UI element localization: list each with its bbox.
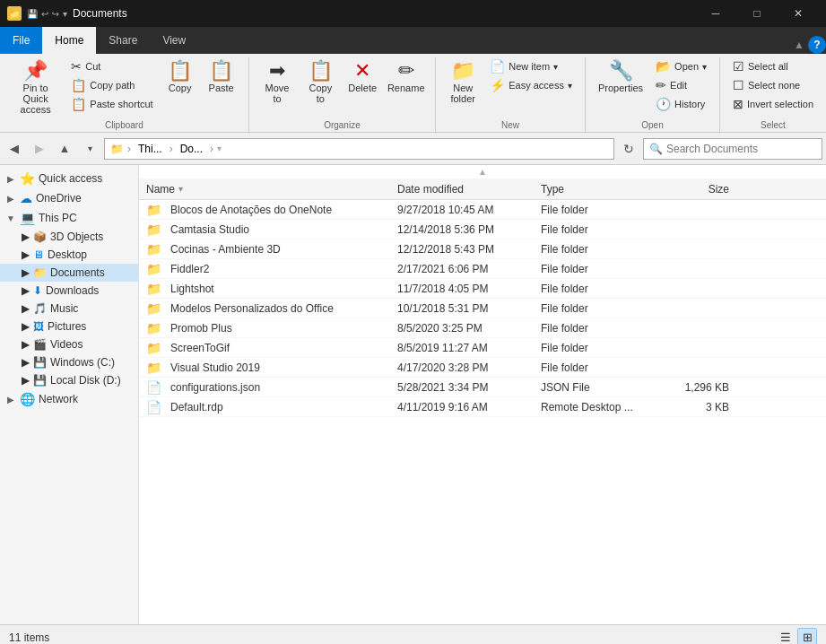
redo-icon[interactable]: ↩ [52, 9, 59, 19]
properties-button[interactable]: 🔧 Properties [593, 57, 648, 97]
refresh-button[interactable]: ↻ [618, 138, 639, 160]
sidebar: ▶ ⭐ Quick access ▶ ☁ OneDrive ▼ 💻 This P… [0, 165, 139, 624]
search-box[interactable]: 🔍 [643, 138, 822, 160]
table-row[interactable]: 📁 Modelos Personalizados do Office 10/1/… [139, 299, 826, 318]
column-date-modified[interactable]: Date modified [397, 183, 541, 196]
sidebar-item-3d-objects[interactable]: ▶ 📦 3D Objects [0, 228, 138, 246]
music-expand-icon: ▶ [22, 302, 30, 315]
table-row[interactable]: 📁 Promob Plus 8/5/2020 3:25 PM File fold… [139, 318, 826, 338]
invert-selection-button[interactable]: ⊠ Invert selection [727, 95, 819, 113]
file-name: configurations.json [170, 381, 397, 394]
path-part-documents[interactable]: Do... [177, 141, 206, 157]
file-name: Modelos Personalizados do Office [170, 302, 397, 315]
quick-save-icon[interactable]: 💾 [27, 9, 38, 19]
file-date: 9/27/2018 10:45 AM [397, 204, 541, 216]
table-row[interactable]: 📁 Cocinas - Ambiente 3D 12/12/2018 5:43 … [139, 239, 826, 259]
delete-button[interactable]: ✕ Delete [343, 57, 382, 97]
sidebar-item-this-pc[interactable]: ▼ 💻 This PC [0, 208, 138, 228]
sidebar-item-desktop[interactable]: ▶ 🖥 Desktop [0, 246, 138, 264]
move-to-button[interactable]: ➡ Move to [256, 57, 299, 108]
new-item-button[interactable]: 📄 New item ▾ [484, 57, 578, 75]
table-row[interactable]: 📁 Camtasia Studio 12/14/2018 5:36 PM Fil… [139, 220, 826, 239]
tab-view[interactable]: View [150, 27, 198, 54]
tab-share[interactable]: Share [96, 27, 150, 54]
back-button[interactable]: ◀ [4, 138, 25, 160]
sidebar-item-downloads[interactable]: ▶ ⬇ Downloads [0, 282, 138, 300]
search-input[interactable] [666, 143, 816, 155]
column-name[interactable]: Name ▾ [146, 183, 397, 196]
recent-locations-button[interactable]: ▾ [79, 138, 100, 160]
up-button[interactable]: ▲ [54, 138, 75, 160]
new-small-group: 📄 New item ▾ ⚡ Easy access ▾ [484, 57, 578, 94]
paste-shortcut-button[interactable]: 📋 Paste shortcut [65, 95, 158, 113]
easy-access-button[interactable]: ⚡ Easy access ▾ [484, 76, 578, 94]
file-icon: 📄 [146, 380, 161, 395]
sidebar-item-pictures[interactable]: ▶ 🖼 Pictures [0, 318, 138, 335]
view-details-button[interactable]: ☰ [776, 628, 796, 645]
address-bar: ◀ ▶ ▲ ▾ 📁 › Thi... › Do... › ▾ ↻ 🔍 [0, 133, 826, 165]
table-row[interactable]: 📁 Blocos de Anotações do OneNote 9/27/20… [139, 200, 826, 220]
maximize-button[interactable]: □ [736, 0, 778, 27]
minimize-button[interactable]: ─ [695, 0, 736, 27]
select-label: Select [761, 118, 786, 132]
file-date: 4/11/2019 9:16 AM [397, 401, 541, 413]
copy-to-button[interactable]: 📋 Copy to [300, 57, 341, 108]
table-row[interactable]: 📄 configurations.json 5/28/2021 3:34 PM … [139, 378, 826, 397]
up-arrow-icon: ▲ [478, 167, 487, 177]
dropdown-icon[interactable]: ▾ [63, 9, 67, 19]
ribbon-collapse-button[interactable]: ▲ [790, 36, 808, 54]
sidebar-item-label: Music [50, 302, 78, 315]
sidebar-item-local-disk-d[interactable]: ▶ 💾 Local Disk (D:) [0, 371, 138, 389]
column-type[interactable]: Type [541, 183, 657, 196]
sidebar-item-documents[interactable]: ▶ 📁 Documents [0, 264, 138, 282]
address-path[interactable]: 📁 › Thi... › Do... › ▾ [104, 138, 614, 160]
close-button[interactable]: ✕ [778, 0, 819, 27]
copy-path-button[interactable]: 📋 Copy path [65, 76, 158, 94]
windows-c-expand-icon: ▶ [22, 356, 30, 369]
sidebar-item-windows-c[interactable]: ▶ 💾 Windows (C:) [0, 353, 138, 371]
file-type: File folder [541, 204, 657, 216]
table-row[interactable]: 📁 Visual Studio 2019 4/17/2020 3:28 PM F… [139, 358, 826, 378]
table-row[interactable]: 📁 Fiddler2 2/17/2021 6:06 PM File folder [139, 259, 826, 279]
cut-button[interactable]: ✂ Cut [65, 57, 158, 75]
copy-button[interactable]: 📋 Copy [161, 57, 200, 97]
sidebar-item-music[interactable]: ▶ 🎵 Music [0, 300, 138, 318]
sidebar-item-network[interactable]: ▶ 🌐 Network [0, 389, 138, 409]
pin-to-quick-access-button[interactable]: 📌 Pin to Quick access [7, 57, 64, 118]
item-count: 11 items [9, 631, 49, 644]
tab-file[interactable]: File [0, 27, 42, 54]
history-button[interactable]: 🕐 History [650, 95, 712, 113]
file-icon: 📁 [146, 242, 161, 257]
sidebar-item-videos[interactable]: ▶ 🎬 Videos [0, 335, 138, 353]
view-large-icons-button[interactable]: ⊞ [797, 628, 817, 645]
table-row[interactable]: 📄 Default.rdp 4/11/2019 9:16 AM Remote D… [139, 397, 826, 417]
network-expand-icon: ▶ [5, 395, 16, 405]
undo-icon[interactable]: ↩ [41, 9, 48, 19]
open-button[interactable]: 📂 Open ▾ [650, 57, 712, 75]
table-row[interactable]: 📁 Lightshot 11/7/2018 4:05 PM File folde… [139, 279, 826, 299]
copy-path-icon: 📋 [71, 78, 86, 92]
edit-button[interactable]: ✏ Edit [650, 76, 712, 94]
sidebar-item-onedrive[interactable]: ▶ ☁ OneDrive [0, 188, 138, 208]
search-icon: 🔍 [649, 143, 663, 155]
file-name: Promob Plus [170, 322, 397, 335]
path-part-this-pc[interactable]: Thi... [135, 141, 166, 157]
downloads-expand-icon: ▶ [22, 284, 30, 297]
rename-button[interactable]: ✏ Rename [384, 57, 428, 97]
new-item-icon: 📄 [490, 59, 505, 74]
help-button[interactable]: ? [808, 36, 826, 54]
new-folder-button[interactable]: 📁 New folder [443, 57, 483, 108]
table-row[interactable]: 📁 ScreenToGif 8/5/2019 11:27 AM File fol… [139, 338, 826, 358]
tab-home[interactable]: Home [42, 27, 96, 54]
paste-button[interactable]: 📋 Paste [202, 57, 241, 97]
sidebar-item-quick-access[interactable]: ▶ ⭐ Quick access [0, 169, 138, 188]
path-dropdown-icon[interactable]: ▾ [217, 144, 222, 153]
file-type: File folder [541, 361, 657, 374]
forward-button[interactable]: ▶ [29, 138, 50, 160]
select-none-button[interactable]: ☐ Select none [727, 76, 819, 94]
column-size[interactable]: Size [657, 183, 729, 196]
file-date: 11/7/2018 4:05 PM [397, 283, 541, 295]
ribbon-group-open: 🔧 Properties 📂 Open ▾ ✏ Edit 🕐 History [586, 57, 720, 132]
file-date: 8/5/2020 3:25 PM [397, 322, 541, 335]
select-all-button[interactable]: ☑ Select all [727, 57, 819, 75]
